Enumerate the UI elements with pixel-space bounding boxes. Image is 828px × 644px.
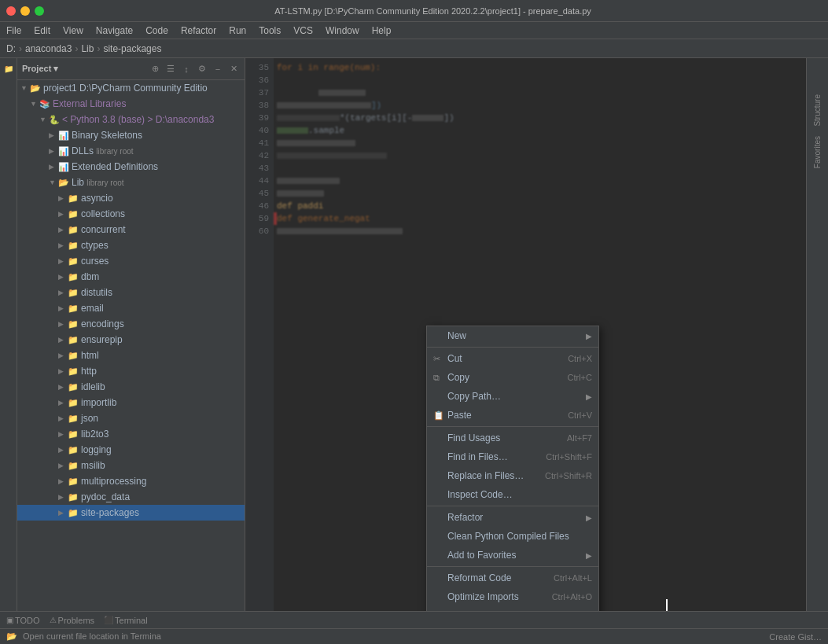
- ctx-replace-in-files-shortcut: Ctrl+Shift+R: [545, 471, 592, 480]
- ctx-inspect-code[interactable]: Inspect Code…: [427, 485, 598, 504]
- tree-arrow-http: ▶: [58, 367, 68, 375]
- menu-refactor[interactable]: Refactor: [175, 24, 223, 38]
- tree-item-logging[interactable]: ▶ 📁 logging: [17, 442, 245, 458]
- ctx-copy[interactable]: ⧉ Copy Ctrl+C: [427, 368, 598, 387]
- ctx-new[interactable]: New ▶: [427, 326, 598, 345]
- tree-item-http[interactable]: ▶ 📁 http: [17, 363, 245, 379]
- tree-item-concurrent[interactable]: ▶ 📁 concurrent: [17, 222, 245, 237]
- lib2to3-icon: 📁: [68, 429, 79, 440]
- ctx-copy-path[interactable]: Copy Path… ▶: [427, 387, 598, 406]
- ctx-delete[interactable]: Delete… Delete: [427, 606, 598, 611]
- msilib-label: msilib: [81, 460, 105, 471]
- tree-item-idlelib[interactable]: ▶ 📁 idlelib: [17, 379, 245, 395]
- tree-item-dlls[interactable]: ▶ 📊 DLLs library root: [17, 143, 245, 159]
- tree-item-python[interactable]: ▼ 🐍 < Python 3.8 (base) > D:\anaconda3: [17, 112, 245, 127]
- ctx-optimize[interactable]: Optimize Imports Ctrl+Alt+O: [427, 587, 598, 606]
- tree-item-lib[interactable]: ▼ 📂 Lib library root: [17, 175, 245, 190]
- tree-item-msilib[interactable]: ▶ 📁 msilib: [17, 458, 245, 473]
- sidebar-toolbar: Project ▾ ⊕ ☰ ↕ ⚙ − ✕: [17, 58, 245, 80]
- ctx-add-favorites[interactable]: Add to Favorites ▶: [427, 546, 598, 565]
- tab-problems[interactable]: Problems: [58, 616, 94, 625]
- menu-tools[interactable]: Tools: [252, 24, 287, 38]
- menu-window[interactable]: Window: [319, 24, 366, 38]
- close-button[interactable]: [6, 6, 16, 16]
- email-icon: 📁: [68, 304, 79, 314]
- menu-edit[interactable]: Edit: [28, 24, 57, 38]
- tree-item-dbm[interactable]: ▶ 📁 dbm: [17, 269, 245, 285]
- tree-item-importlib[interactable]: ▶ 📁 importlib: [17, 395, 245, 410]
- tree-item-asyncio[interactable]: ▶ 📁 asyncio: [17, 190, 245, 206]
- window-controls[interactable]: [6, 6, 44, 16]
- tree-arrow-pydoc: ▶: [58, 493, 68, 501]
- menu-navigate[interactable]: Navigate: [90, 24, 139, 38]
- window-title: AT-LSTM.py [D:\PyCharm Community Edition…: [44, 6, 822, 16]
- tree-arrow-python: ▼: [39, 116, 49, 123]
- context-menu[interactable]: New ▶ ✂ Cut Ctrl+X ⧉ Copy Ctrl+C: [426, 326, 599, 611]
- sidebar[interactable]: Project ▾ ⊕ ☰ ↕ ⚙ − ✕ ▼ 📂 project1 D:\Py…: [17, 58, 245, 611]
- tree-item-extdef[interactable]: ▶ 📊 Extended Definitions: [17, 159, 245, 175]
- breadcrumb-site-packages[interactable]: site-packages: [103, 43, 161, 54]
- sidebar-tool-1[interactable]: ⊕: [149, 63, 161, 75]
- importlib-icon: 📁: [68, 398, 79, 408]
- sidebar-tool-2[interactable]: ☰: [164, 63, 177, 75]
- favorites-panel-label[interactable]: Favorites: [811, 131, 823, 173]
- ext-libs-label: External Libraries: [53, 98, 126, 109]
- breadcrumb-d[interactable]: D:: [6, 43, 16, 54]
- minimize-button[interactable]: [20, 6, 30, 16]
- ctypes-label: ctypes: [81, 240, 109, 251]
- tree-item-collections[interactable]: ▶ 📁 collections: [17, 206, 245, 222]
- breadcrumb-lib[interactable]: Lib: [81, 43, 94, 54]
- sidebar-tool-3[interactable]: ↕: [180, 63, 193, 75]
- ctx-find-in-files-label: Find in Files…: [447, 451, 546, 462]
- ctx-find-usages[interactable]: Find Usages Alt+F7: [427, 429, 598, 447]
- structure-panel-label[interactable]: Structure: [811, 90, 823, 131]
- tree-item-email[interactable]: ▶ 📁 email: [17, 300, 245, 316]
- sidebar-tool-6[interactable]: ✕: [227, 63, 240, 75]
- collections-label: collections: [81, 208, 125, 219]
- ctx-paste-shortcut: Ctrl+V: [568, 410, 592, 420]
- tree-item-distutils[interactable]: ▶ 📁 distutils: [17, 285, 245, 300]
- tree-item-project[interactable]: ▼ 📂 project1 D:\PyCharm Community Editio: [17, 80, 245, 96]
- ctx-paste[interactable]: 📋 Paste Ctrl+V: [427, 406, 598, 425]
- tab-todo[interactable]: TODO: [15, 616, 40, 625]
- maximize-button[interactable]: [35, 6, 44, 16]
- tree-item-lib2to3[interactable]: ▶ 📁 lib2to3: [17, 426, 245, 442]
- concurrent-label: concurrent: [81, 224, 126, 235]
- ctx-delete-label: Delete…: [447, 610, 567, 611]
- project-folder-icon: 📂: [30, 83, 41, 94]
- menu-run[interactable]: Run: [223, 24, 252, 38]
- create-gist-link[interactable]: Create Gist…: [769, 632, 822, 642]
- tree-item-encodings[interactable]: ▶ 📁 encodings: [17, 316, 245, 332]
- tree-item-external-libs[interactable]: ▼ 📚 External Libraries: [17, 96, 245, 112]
- ctx-reformat[interactable]: Reformat Code Ctrl+Alt+L: [427, 569, 598, 587]
- tree-item-html[interactable]: ▶ 📁 html: [17, 348, 245, 363]
- tree-item-ensurepip[interactable]: ▶ 📁 ensurepip: [17, 332, 245, 348]
- sidebar-tool-5[interactable]: −: [212, 63, 224, 75]
- ctx-refactor[interactable]: Refactor ▶: [427, 508, 598, 527]
- multiprocessing-label: multiprocessing: [81, 476, 146, 487]
- ensurepip-label: ensurepip: [81, 334, 123, 345]
- breadcrumb-anaconda[interactable]: anaconda3: [25, 43, 72, 54]
- menu-view[interactable]: View: [57, 24, 90, 38]
- tree-item-binary[interactable]: ▶ 📊 Binary Skeletons: [17, 127, 245, 143]
- menu-code[interactable]: Code: [139, 24, 175, 38]
- menu-file[interactable]: File: [0, 24, 28, 38]
- project-icon[interactable]: 📁: [2, 61, 16, 75]
- tree-item-curses[interactable]: ▶ 📁 curses: [17, 253, 245, 269]
- tree-item-json[interactable]: ▶ 📁 json: [17, 410, 245, 426]
- tree-item-site-packages[interactable]: ▶ 📁 site-packages: [17, 505, 245, 521]
- tree-item-pydoc[interactable]: ▶ 📁 pydoc_data: [17, 489, 245, 505]
- sidebar-tool-4[interactable]: ⚙: [196, 63, 208, 75]
- ctx-clean-compiled[interactable]: Clean Python Compiled Files: [427, 527, 598, 546]
- ctx-find-in-files[interactable]: Find in Files… Ctrl+Shift+F: [427, 447, 598, 466]
- ctx-replace-in-files[interactable]: Replace in Files… Ctrl+Shift+R: [427, 466, 598, 485]
- context-menu-overlay[interactable]: New ▶ ✂ Cut Ctrl+X ⧉ Copy Ctrl+C: [245, 58, 806, 611]
- tree-item-ctypes[interactable]: ▶ 📁 ctypes: [17, 237, 245, 253]
- menu-vcs[interactable]: VCS: [287, 24, 319, 38]
- tab-terminal[interactable]: Terminal: [115, 616, 148, 625]
- tree-item-multiprocessing[interactable]: ▶ 📁 multiprocessing: [17, 473, 245, 489]
- menu-help[interactable]: Help: [366, 24, 398, 38]
- cut-icon: ✂: [433, 354, 447, 364]
- ctx-cut[interactable]: ✂ Cut Ctrl+X: [427, 349, 598, 368]
- tree-arrow-binary: ▶: [49, 131, 58, 139]
